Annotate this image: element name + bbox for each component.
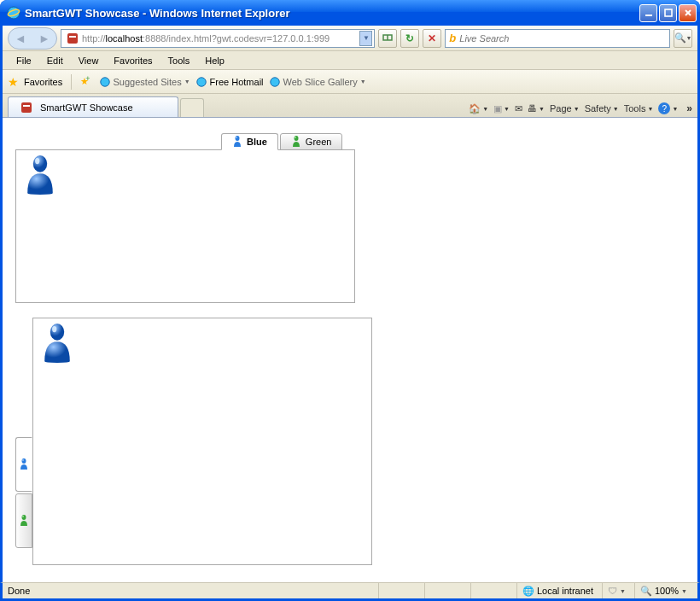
search-go-button[interactable]: 🔍▼ [674, 29, 692, 48]
svg-point-18 [295, 137, 296, 138]
mail-icon: ✉ [515, 103, 522, 114]
svg-rect-6 [67, 33, 78, 44]
overflow-button[interactable]: » [686, 102, 692, 114]
home-button[interactable]: 🏠▼ [469, 103, 488, 114]
search-input[interactable] [459, 33, 666, 44]
svg-rect-2 [645, 15, 652, 16]
status-pane-empty [470, 583, 513, 598]
favorites-label[interactable]: Favorites [24, 77, 62, 87]
menu-file[interactable]: File [9, 54, 38, 67]
page-menu[interactable]: Page▼ [550, 103, 580, 114]
home-icon: 🏠 [469, 103, 481, 114]
security-zone[interactable]: 🌐 Local intranet [516, 583, 598, 598]
browser-tab-current[interactable]: SmartGWT Showcase [8, 96, 178, 117]
svg-point-21 [22, 458, 26, 464]
rss-icon: ▣ [493, 103, 502, 114]
svg-point-17 [294, 136, 298, 141]
svg-point-12 [270, 77, 279, 86]
new-tab-button[interactable] [180, 98, 204, 117]
mail-button[interactable]: ✉ [515, 103, 522, 114]
menu-bar: File Edit View Favorites Tools Help [3, 51, 697, 70]
status-pane-empty [378, 583, 421, 598]
svg-point-25 [50, 324, 64, 341]
compat-button[interactable] [378, 29, 397, 48]
titlebar: SmartGWT Showcase - Windows Internet Exp… [0, 0, 700, 26]
blue-pawn-large-icon [23, 155, 57, 195]
zoom-control[interactable]: 🔍 100% ▼ [634, 583, 692, 598]
svg-point-16 [236, 137, 237, 138]
back-icon: ◄ [15, 32, 26, 45]
status-pane-empty [424, 583, 467, 598]
ie-mini-icon [195, 76, 207, 88]
svg-rect-14 [23, 105, 30, 107]
green-pawn-icon [19, 515, 29, 527]
svg-rect-7 [69, 36, 76, 38]
svg-point-22 [22, 459, 24, 461]
address-dropdown[interactable]: ▼ [359, 31, 372, 46]
tabset-left [15, 318, 372, 565]
svg-point-11 [196, 77, 206, 86]
svg-rect-13 [21, 102, 32, 113]
menu-view[interactable]: View [72, 54, 106, 67]
menu-help[interactable]: Help [198, 54, 231, 67]
stop-icon: ✕ [428, 32, 436, 44]
tab-pane-left [32, 318, 372, 565]
menu-favorites[interactable]: Favorites [107, 54, 159, 67]
tab-blue-left[interactable] [15, 437, 32, 492]
tab-favicon-icon [20, 101, 33, 114]
shield-icon: 🛡 [608, 586, 617, 596]
tab-green-top[interactable]: Green [280, 133, 343, 150]
help-button[interactable]: ?▼ [658, 102, 678, 114]
browser-tab-label: SmartGWT Showcase [40, 102, 133, 113]
refresh-icon: ↻ [405, 32, 414, 44]
browser-tab-bar: SmartGWT Showcase 🏠▼ ▣▼ ✉ 🖶▼ Page▼ Safet… [3, 94, 697, 118]
svg-point-20 [35, 158, 39, 164]
search-box[interactable]: b [445, 29, 670, 48]
print-button[interactable]: 🖶▼ [528, 103, 545, 114]
tools-menu[interactable]: Tools▼ [624, 103, 654, 114]
refresh-button[interactable]: ↻ [400, 29, 419, 48]
add-favorite-icon[interactable]: ★+ [80, 76, 93, 87]
favorites-bar: ★ Favorites ★+ Suggested Sites▼ Free Hot… [3, 70, 697, 94]
status-text: Done [8, 586, 378, 596]
close-button[interactable] [679, 4, 697, 22]
menu-tools[interactable]: Tools [161, 54, 197, 67]
green-pawn-icon [291, 136, 301, 148]
blue-pawn-icon [19, 458, 29, 470]
print-icon: 🖶 [528, 103, 537, 114]
ie-mini-icon [269, 76, 281, 88]
feeds-button[interactable]: ▣▼ [493, 103, 510, 114]
tab-green-left[interactable] [15, 493, 32, 548]
stop-button[interactable]: ✕ [423, 29, 441, 48]
ie-logo-icon [7, 6, 20, 20]
web-slice-link[interactable]: Web Slice Gallery▼ [269, 76, 366, 88]
tab-blue-top[interactable]: Blue [221, 133, 278, 150]
minimize-button[interactable] [639, 4, 657, 22]
svg-point-19 [33, 155, 47, 172]
free-hotmail-link[interactable]: Free Hotmail [195, 76, 264, 88]
svg-point-23 [22, 515, 26, 520]
svg-point-26 [52, 326, 56, 332]
address-bar[interactable]: http://localhost:8888/index.html?gwt.cod… [61, 29, 375, 48]
url-text: http://localhost:8888/index.html?gwt.cod… [82, 33, 359, 44]
blue-pawn-large-icon [40, 324, 74, 363]
nav-back-forward[interactable]: ◄ ► [8, 27, 57, 50]
zoom-icon: 🔍 [640, 586, 652, 597]
tab-bar-top: Blue Green [221, 133, 355, 150]
protected-mode[interactable]: 🛡▼ [602, 583, 631, 598]
page-content: Blue Green [0, 118, 700, 582]
svg-rect-3 [665, 9, 672, 16]
star-icon: ★ [8, 75, 19, 89]
maximize-button[interactable] [659, 4, 677, 22]
suggested-sites-link[interactable]: Suggested Sites▼ [99, 76, 190, 88]
menu-edit[interactable]: Edit [40, 54, 70, 67]
safety-menu[interactable]: Safety▼ [585, 103, 619, 114]
svg-point-15 [236, 136, 240, 141]
magnifier-icon: 🔍 [674, 32, 686, 44]
zoom-value: 100% [655, 586, 679, 596]
status-bar: Done 🌐 Local intranet 🛡▼ 🔍 100% ▼ [0, 582, 700, 601]
svg-point-24 [22, 516, 24, 517]
tab-label: Green [306, 137, 332, 147]
tab-label: Blue [247, 137, 267, 147]
svg-point-10 [100, 77, 109, 86]
